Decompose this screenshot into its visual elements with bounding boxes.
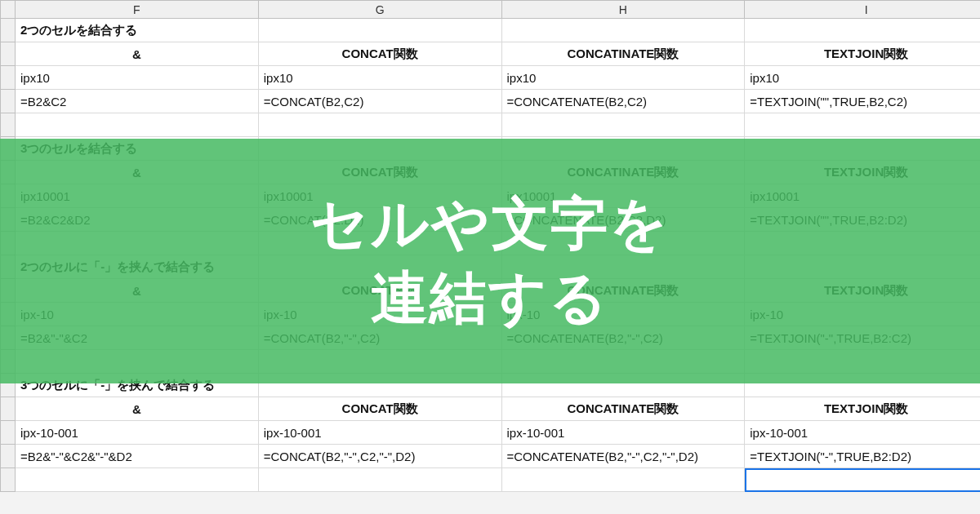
cell-formula[interactable]: =B2&C2&D2 bbox=[16, 208, 259, 232]
row-header[interactable] bbox=[1, 350, 16, 374]
col-header-H[interactable]: H bbox=[501, 1, 745, 19]
cell-section-title[interactable]: 3つのセルに「-」を挟んで結合する bbox=[16, 374, 259, 397]
cell[interactable] bbox=[16, 232, 259, 255]
cell-section-title[interactable]: 2つのセルに「-」を挟んで結合する bbox=[16, 255, 259, 279]
cell[interactable] bbox=[745, 232, 980, 255]
spreadsheet-grid[interactable]: F G H I 2つのセルを結合する & CONCAT関数 CONCATINAT… bbox=[0, 0, 980, 492]
row-header[interactable] bbox=[1, 137, 16, 161]
cell[interactable] bbox=[501, 468, 745, 492]
cell-value[interactable]: ipx-10-001 bbox=[501, 421, 745, 445]
cell-selected[interactable] bbox=[745, 468, 980, 492]
cell-value[interactable]: ipx10 bbox=[16, 66, 259, 90]
cell[interactable] bbox=[745, 255, 980, 279]
cell-header[interactable]: CONCAT関数 bbox=[258, 279, 501, 303]
cell[interactable] bbox=[745, 113, 980, 137]
row-header[interactable] bbox=[1, 326, 16, 350]
cell-value[interactable]: ipx10001 bbox=[258, 184, 501, 208]
cell[interactable] bbox=[16, 113, 259, 137]
cell[interactable] bbox=[501, 113, 745, 137]
cell-formula[interactable]: =B2&"-"&C2 bbox=[16, 326, 259, 350]
row-header[interactable] bbox=[1, 208, 16, 232]
cell-header[interactable]: CONCATINATE関数 bbox=[501, 161, 745, 184]
cell-value[interactable]: ipx10001 bbox=[16, 184, 259, 208]
cell[interactable] bbox=[745, 19, 980, 42]
cell-formula[interactable]: =CONCAT(B2,C2) bbox=[258, 90, 501, 113]
cell[interactable] bbox=[258, 19, 501, 42]
cell-header[interactable]: TEXTJOIN関数 bbox=[745, 161, 980, 184]
row-header[interactable] bbox=[1, 303, 16, 326]
cell-value[interactable]: ipx10 bbox=[501, 66, 745, 90]
col-header-I[interactable]: I bbox=[745, 1, 980, 19]
cell-value[interactable]: ipx-10 bbox=[16, 303, 259, 326]
cell-header[interactable]: CONCATINATE関数 bbox=[501, 397, 745, 421]
cell-header[interactable]: & bbox=[16, 397, 259, 421]
cell-formula[interactable]: =CONCAT(B2,"-",C2) bbox=[258, 326, 501, 350]
row-header[interactable] bbox=[1, 374, 16, 397]
cell-formula[interactable]: =TEXTJOIN("",TRUE,B2:D2) bbox=[745, 208, 980, 232]
cell-header[interactable]: TEXTJOIN関数 bbox=[745, 279, 980, 303]
col-header-F[interactable]: F bbox=[16, 1, 259, 19]
cell-formula[interactable]: =CONCATENATE(B2,"-",C2,"-",D2) bbox=[501, 445, 745, 468]
cell[interactable] bbox=[501, 255, 745, 279]
cell[interactable] bbox=[745, 137, 980, 161]
cell-formula[interactable]: =B2&"-"&C2&"-"&D2 bbox=[16, 445, 259, 468]
cell[interactable] bbox=[501, 374, 745, 397]
cell-header[interactable]: CONCAT関数 bbox=[258, 161, 501, 184]
row-header[interactable] bbox=[1, 42, 16, 66]
cell-value[interactable]: ipx-10 bbox=[501, 303, 745, 326]
row-header[interactable] bbox=[1, 232, 16, 255]
cell-section-title[interactable]: 3つのセルを結合する bbox=[16, 137, 259, 161]
cell[interactable] bbox=[501, 137, 745, 161]
cell[interactable] bbox=[258, 468, 501, 492]
cell-header[interactable]: & bbox=[16, 42, 259, 66]
cell[interactable] bbox=[258, 350, 501, 374]
row-header[interactable] bbox=[1, 445, 16, 468]
cell-header[interactable]: & bbox=[16, 161, 259, 184]
col-header-G[interactable]: G bbox=[258, 1, 501, 19]
row-header[interactable] bbox=[1, 468, 16, 492]
cell-formula[interactable]: =CONCAT(B2:D2) bbox=[258, 208, 501, 232]
cell-header[interactable]: CONCAT関数 bbox=[258, 42, 501, 66]
row-header[interactable] bbox=[1, 279, 16, 303]
cell-header[interactable]: TEXTJOIN関数 bbox=[745, 42, 980, 66]
cell-value[interactable]: ipx-10-001 bbox=[258, 421, 501, 445]
row-header[interactable] bbox=[1, 397, 16, 421]
cell-value[interactable]: ipx10 bbox=[745, 66, 980, 90]
cell[interactable] bbox=[745, 350, 980, 374]
cell-header[interactable]: CONCATINATE関数 bbox=[501, 42, 745, 66]
cell[interactable] bbox=[16, 350, 259, 374]
row-header[interactable] bbox=[1, 19, 16, 42]
row-header[interactable] bbox=[1, 66, 16, 90]
cell[interactable] bbox=[745, 374, 980, 397]
cell-formula[interactable]: =TEXTJOIN("-",TRUE,B2:D2) bbox=[745, 445, 980, 468]
cell-value[interactable]: ipx-10-001 bbox=[16, 421, 259, 445]
cell[interactable] bbox=[16, 468, 259, 492]
row-header[interactable] bbox=[1, 90, 16, 113]
cell-formula[interactable]: =CONCAT(B2,"-",C2,"-",D2) bbox=[258, 445, 501, 468]
cell[interactable] bbox=[501, 350, 745, 374]
cell-value[interactable]: ipx-10-001 bbox=[745, 421, 980, 445]
cell-value[interactable]: ipx-10 bbox=[258, 303, 501, 326]
cell[interactable] bbox=[501, 19, 745, 42]
cell-value[interactable]: ipx10 bbox=[258, 66, 501, 90]
cell-header[interactable]: CONCATINATE関数 bbox=[501, 279, 745, 303]
cell-value[interactable]: ipx-10 bbox=[745, 303, 980, 326]
cell[interactable] bbox=[258, 374, 501, 397]
row-header[interactable] bbox=[1, 184, 16, 208]
cell[interactable] bbox=[258, 255, 501, 279]
cell-header[interactable]: & bbox=[16, 279, 259, 303]
cell-section-title[interactable]: 2つのセルを結合する bbox=[16, 19, 259, 42]
row-header[interactable] bbox=[1, 421, 16, 445]
cell[interactable] bbox=[258, 232, 501, 255]
row-header[interactable] bbox=[1, 161, 16, 184]
cell-formula[interactable]: =CONCATENATE(B2,C2,D2) bbox=[501, 208, 745, 232]
cell-header[interactable]: CONCAT関数 bbox=[258, 397, 501, 421]
cell-value[interactable]: ipx10001 bbox=[745, 184, 980, 208]
row-header[interactable] bbox=[1, 113, 16, 137]
cell[interactable] bbox=[258, 113, 501, 137]
corner-cell[interactable] bbox=[1, 1, 16, 19]
cell-formula[interactable]: =CONCATENATE(B2,"-",C2) bbox=[501, 326, 745, 350]
cell-value[interactable]: ipx10001 bbox=[501, 184, 745, 208]
row-header[interactable] bbox=[1, 255, 16, 279]
cell-formula[interactable]: =B2&C2 bbox=[16, 90, 259, 113]
